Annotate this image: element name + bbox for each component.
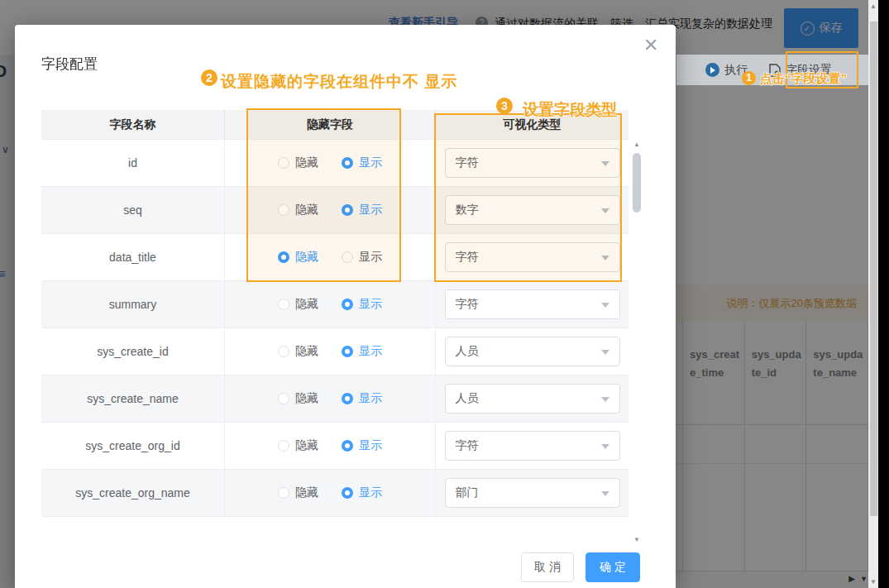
scroll-down-icon[interactable]: ▼ xyxy=(633,536,640,543)
visual-type-cell: 数字 xyxy=(436,187,629,233)
radio-icon xyxy=(342,440,353,452)
table-row: summary隐藏显示字符 xyxy=(41,281,629,328)
selected-option: 字符 xyxy=(456,250,479,265)
table-row: sys_create_id隐藏显示人员 xyxy=(41,328,629,375)
scroll-down-icon[interactable]: ▼ xyxy=(870,578,877,586)
radio-hide[interactable]: 隐藏 xyxy=(278,250,318,265)
table-row: id隐藏显示字符 xyxy=(41,140,629,187)
radio-hide[interactable]: 隐藏 xyxy=(278,391,318,406)
radio-show[interactable]: 显示 xyxy=(342,438,382,453)
selected-option: 人员 xyxy=(456,391,479,406)
radio-label: 隐藏 xyxy=(295,344,318,359)
hidden-field-cell: 隐藏显示 xyxy=(225,140,436,186)
radio-hide[interactable]: 隐藏 xyxy=(278,155,318,170)
visual-type-select[interactable]: 人员 xyxy=(445,337,620,366)
step3-annotation: 设置字段类型 xyxy=(523,99,617,121)
caret-down-icon xyxy=(601,444,609,449)
field-name: sys_create_name xyxy=(41,375,225,422)
hidden-field-cell: 隐藏显示 xyxy=(225,234,436,280)
visual-type-select[interactable]: 字符 xyxy=(445,289,620,319)
radio-label: 显示 xyxy=(359,391,382,406)
page-scrollbar[interactable]: ▲ ▼ xyxy=(868,0,878,588)
run-icon xyxy=(705,63,719,77)
radio-label: 显示 xyxy=(359,250,382,265)
radio-show[interactable]: 显示 xyxy=(342,155,382,170)
step1-annotation: 点击“字段设置” xyxy=(760,71,847,87)
dialog-table-scrollbar[interactable]: ▲ ▼ xyxy=(631,141,643,543)
step2-annotation: 设置隐藏的字段在组件中不 显示 xyxy=(221,71,457,93)
radio-show[interactable]: 显示 xyxy=(342,203,382,218)
scrollbar-thumb[interactable] xyxy=(870,22,877,516)
visual-type-cell: 人员 xyxy=(436,328,629,375)
radio-label: 隐藏 xyxy=(295,250,318,265)
field-name: seq xyxy=(41,187,225,233)
radio-hide[interactable]: 隐藏 xyxy=(278,203,318,218)
radio-icon xyxy=(342,299,353,310)
radio-icon xyxy=(342,204,353,216)
visual-type-select[interactable]: 人员 xyxy=(445,384,620,414)
step1-badge: 1 xyxy=(742,71,756,85)
table-row: data_title隐藏显示字符 xyxy=(41,234,629,281)
caret-down-icon xyxy=(601,303,609,308)
visual-type-cell: 字符 xyxy=(436,423,629,469)
hidden-field-cell: 隐藏显示 xyxy=(225,281,436,327)
radio-show[interactable]: 显示 xyxy=(342,344,382,359)
cancel-button[interactable]: 取消 xyxy=(521,552,574,582)
selected-option: 字符 xyxy=(456,438,479,453)
hidden-field-cell: 隐藏显示 xyxy=(225,423,436,469)
table-row: sys_create_name隐藏显示人员 xyxy=(41,375,629,423)
radio-icon xyxy=(278,157,289,169)
radio-show[interactable]: 显示 xyxy=(342,250,382,265)
header-hidden-field: 隐藏字段 xyxy=(225,110,436,139)
visual-type-select[interactable]: 字符 xyxy=(445,431,620,461)
radio-hide[interactable]: 隐藏 xyxy=(278,297,318,312)
table-row: seq隐藏显示数字 xyxy=(41,187,629,234)
visual-type-cell: 字符 xyxy=(436,234,629,280)
scroll-up-icon[interactable]: ▲ xyxy=(633,141,640,148)
radio-label: 隐藏 xyxy=(295,297,318,312)
radio-icon xyxy=(342,393,353,404)
field-name: data_title xyxy=(41,234,225,280)
table-row: sys_create_org_name隐藏显示部门 xyxy=(41,470,629,517)
radio-hide[interactable]: 隐藏 xyxy=(278,485,318,500)
radio-hide[interactable]: 隐藏 xyxy=(278,438,318,453)
radio-icon xyxy=(342,346,353,357)
hidden-field-cell: 隐藏显示 xyxy=(225,375,436,422)
visual-type-select[interactable]: 字符 xyxy=(445,242,620,272)
visual-type-select[interactable]: 数字 xyxy=(445,195,620,225)
radio-label: 隐藏 xyxy=(295,203,318,218)
scroll-up-icon[interactable]: ▲ xyxy=(870,2,877,10)
run-button[interactable]: 执行 xyxy=(705,63,748,78)
radio-label: 显示 xyxy=(359,438,382,453)
field-table-rows: id隐藏显示字符seq隐藏显示数字data_title隐藏显示字符summary… xyxy=(41,140,629,517)
visual-type-select[interactable]: 部门 xyxy=(445,478,620,508)
radio-label: 隐藏 xyxy=(295,391,318,406)
header-field-name: 字段名称 xyxy=(41,110,225,139)
app-root: 查看新手引导 ? 通过对数据流的关联、筛选、汇总实现复杂的数据处理 ✓ 保存 D… xyxy=(0,0,889,588)
selected-option: 人员 xyxy=(456,344,479,359)
radio-label: 显示 xyxy=(359,203,382,218)
close-icon[interactable]: ✕ xyxy=(643,36,658,55)
radio-icon xyxy=(278,204,289,216)
visual-type-cell: 人员 xyxy=(436,375,629,422)
confirm-button[interactable]: 确定 xyxy=(585,552,640,582)
radio-show[interactable]: 显示 xyxy=(342,485,382,500)
caret-down-icon xyxy=(601,161,609,166)
hidden-field-cell: 隐藏显示 xyxy=(225,328,436,375)
caret-down-icon xyxy=(601,256,609,261)
scrollbar-thumb[interactable] xyxy=(633,153,641,213)
radio-show[interactable]: 显示 xyxy=(342,391,382,406)
dialog-title: 字段配置 xyxy=(41,55,98,74)
radio-label: 显示 xyxy=(359,485,382,500)
visual-type-cell: 字符 xyxy=(436,140,629,186)
radio-show[interactable]: 显示 xyxy=(342,297,382,312)
caret-down-icon xyxy=(601,350,609,355)
radio-icon xyxy=(278,440,289,452)
radio-hide[interactable]: 隐藏 xyxy=(278,344,318,359)
hidden-field-cell: 隐藏显示 xyxy=(225,187,436,233)
radio-icon xyxy=(342,157,353,169)
visual-type-select[interactable]: 字符 xyxy=(445,148,620,178)
caret-down-icon xyxy=(601,208,609,213)
radio-icon xyxy=(278,251,289,263)
step3-badge: 3 xyxy=(496,98,513,114)
